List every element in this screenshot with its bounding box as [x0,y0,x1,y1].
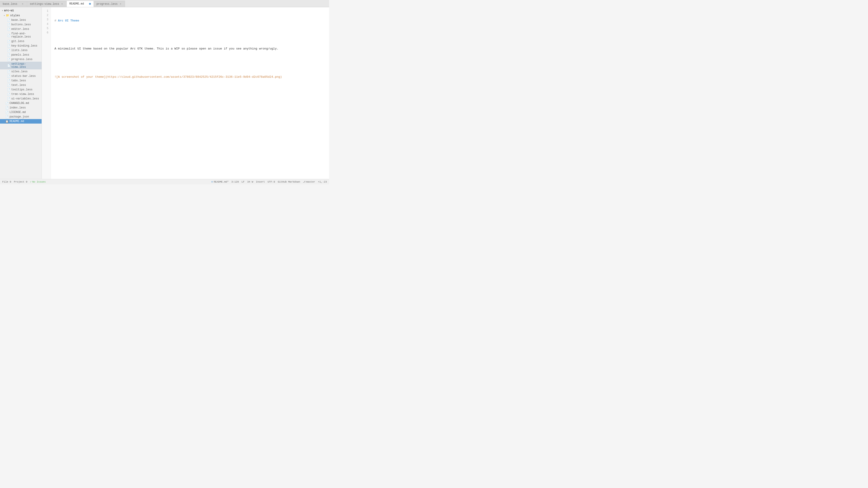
code-line-4 [55,61,326,66]
main-area: ▾ arc-ui ▾ 📁 styles 📄 base.less 📄 button… [0,7,329,179]
tab-close-settings-view-less[interactable]: × [61,2,64,6]
sidebar-item-sites-less[interactable]: 📄 sites.less [0,69,41,74]
file-icon-git-less: 📄 [7,40,10,43]
tab-close-progress-less[interactable]: × [119,2,122,6]
line-number-2: 2 [42,13,51,18]
sidebar-item-tooltips-less[interactable]: 📄 tooltips.less [0,88,41,92]
settings-icon: ⚙ [211,180,213,183]
sidebar-item-tree-view-less[interactable]: 📄 tree-view.less [0,92,41,96]
tab-close-base-less[interactable]: × [21,2,24,6]
sidebar-item-progress-less[interactable]: 📄 progress.less [0,57,41,62]
tab-label-base-less: base.less [3,2,18,6]
file-icon-editor-less: 📄 [7,28,10,31]
status-project-count[interactable]: Project 0 [14,181,27,183]
status-filename[interactable]: ⚙ README.md* [211,180,229,183]
status-line-ending[interactable]: LF [242,181,245,183]
file-icon-ui-variables-less: 📄 [7,97,10,100]
file-label-settings-view-less: settings-view.less [11,62,40,69]
cursor-position-label: 3:128 [231,181,239,183]
sidebar-project-root[interactable]: ▾ arc-ui [0,8,41,13]
file-label-ui-variables-less: ui-variables.less [11,97,39,100]
file-label-git-less: git.less [11,40,24,43]
status-word-count[interactable]: 34 W [247,181,253,183]
status-mode[interactable]: Insert [256,181,265,183]
line-number-5: 5 [42,26,51,31]
line-number-3: 3 [42,18,51,22]
status-bar: File 0 Project 0 ✓ No Issues ⚙ README.md… [0,179,329,184]
file-label-progress-less: progress.less [11,58,33,61]
status-filename-label: README.md* [214,181,228,183]
sidebar-item-settings-view-less[interactable]: 📄 settings-view.less [0,62,41,69]
mode-label: Insert [256,181,265,183]
sidebar-item-key-binding-less[interactable]: 📄 key-binding.less [0,43,41,48]
grammar-label: GitHub Markdown [278,181,300,183]
code-line-5: ![A screenshot of your theme](https://cl… [55,75,326,79]
sidebar-item-base-less[interactable]: 📄 base.less [0,18,41,22]
project-count-label: Project 0 [14,181,27,183]
tab-label-settings-view-less: settings-view.less [30,2,59,6]
status-left: File 0 Project 0 ✓ No Issues [2,180,46,183]
sidebar-item-find-replace-less[interactable]: 📄 find-and-replace.less [0,31,41,39]
sidebar-folder-styles[interactable]: ▾ 📁 styles [0,13,41,18]
file-icon-key-binding-less: 📄 [7,44,10,47]
file-icon-changelog-md: 📄 [5,102,8,105]
file-icon-package-json: 📄 [5,116,8,119]
editor[interactable]: 1 2 3 4 5 6 # Arc UI Theme A minimalist … [42,7,329,179]
line-number-1: 1 [42,9,51,13]
file-count-label: File 0 [2,181,11,183]
sidebar-item-index-less[interactable]: 📄 index.less [0,105,41,110]
sidebar-item-package-json[interactable]: 📄 package.json [0,115,41,119]
sidebar-item-buttons-less[interactable]: 📄 buttons.less [0,22,41,27]
heading-hash: # [55,19,58,22]
file-icon-license-md: 📄 [5,111,8,114]
file-label-key-binding-less: key-binding.less [11,44,37,47]
word-count-label: 34 W [247,181,253,183]
file-icon-settings-view-less: 📄 [7,64,10,67]
sidebar-item-readme-md[interactable]: 📋 README.md [0,119,41,124]
status-position-diff[interactable]: +1,-23 [318,181,327,183]
status-grammar[interactable]: GitHub Markdown [278,181,300,183]
tab-readme-md[interactable]: README.md [67,1,94,7]
status-no-issues[interactable]: ✓ No Issues [30,180,46,183]
code-area[interactable]: # Arc UI Theme A minimalist UI theme bas… [51,7,329,179]
sidebar-item-editor-less[interactable]: 📄 editor.less [0,27,41,31]
encoding-label: UTF-8 [268,181,275,183]
code-line-1: # Arc UI Theme [55,19,326,23]
file-label-tree-view-less: tree-view.less [11,93,34,96]
file-label-find-replace-less: find-and-replace.less [11,32,40,38]
file-icon-buttons-less: 📄 [7,23,10,26]
sidebar-item-tabs-less[interactable]: 📄 tabs.less [0,78,41,83]
line-numbers: 1 2 3 4 5 6 [42,7,51,179]
sidebar-item-ui-variables-less[interactable]: 📄 ui-variables.less [0,96,41,101]
status-cursor[interactable]: 3:128 [231,181,239,183]
file-label-base-less: base.less [11,19,26,22]
file-label-tooltips-less: tooltips.less [11,88,33,91]
position-diff-label: +1,-23 [318,181,327,183]
tab-base-less[interactable]: base.less × [0,1,27,7]
editor-line-3-text: A minimalist UI theme based on the popul… [55,47,278,51]
folder-name: styles [10,14,20,17]
line-ending-label: LF [242,181,245,183]
project-arrow-icon: ▾ [2,9,3,12]
sidebar-item-changelog-md[interactable]: 📄 CHANGELOG.md [0,101,41,105]
file-label-index-less: index.less [9,106,26,109]
file-icon-status-bar-less: 📄 [7,75,10,78]
sidebar-item-license-md[interactable]: 📄 LICENSE.md [0,110,41,115]
tab-progress-less[interactable]: progress.less × [94,1,125,7]
line-number-6: 6 [42,31,51,35]
sidebar-item-panels-less[interactable]: 📄 panels.less [0,53,41,57]
sidebar-item-lists-less[interactable]: 📄 lists.less [0,48,41,53]
tab-settings-view-less[interactable]: settings-view.less × [27,1,67,7]
status-file-count[interactable]: File 0 [2,181,11,183]
file-icon-panels-less: 📄 [7,54,10,57]
file-label-panels-less: panels.less [11,53,29,57]
no-issues-label: No Issues [32,181,46,183]
sidebar-item-status-bar-less[interactable]: 📄 status-bar.less [0,74,41,78]
tab-modified-indicator [89,3,91,5]
editor-line-5-link: ![A screenshot of your theme](https://cl… [55,75,282,78]
sidebar-item-git-less[interactable]: 📄 git.less [0,39,41,43]
sidebar-item-text-less[interactable]: 📄 text.less [0,83,41,88]
status-encoding[interactable]: UTF-8 [268,181,275,183]
file-label-package-json: package.json [9,115,29,119]
status-git-branch[interactable]: ⎇ master [303,181,315,183]
